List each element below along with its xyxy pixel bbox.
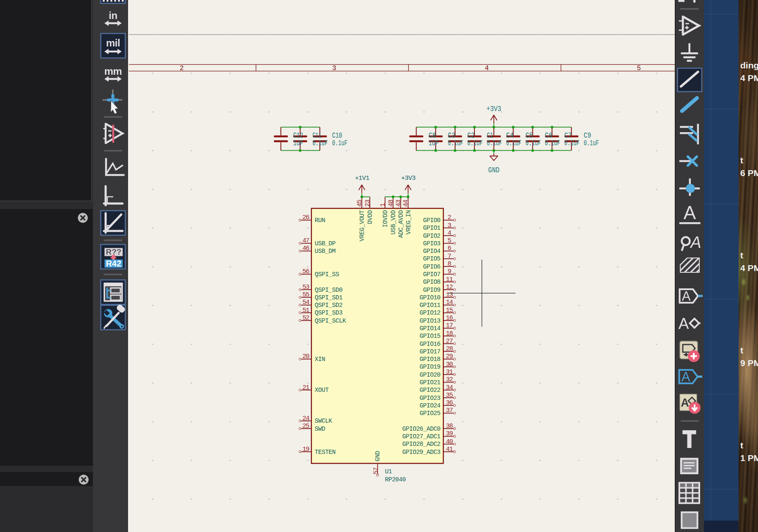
svg-text:16: 16 — [446, 314, 453, 322]
svg-text:A: A — [679, 315, 689, 332]
svg-text:RP2040: RP2040 — [385, 476, 406, 483]
svg-text:11: 11 — [446, 276, 453, 283]
svg-text:mm: mm — [104, 65, 122, 77]
svg-text:GPIO16: GPIO16 — [420, 341, 440, 347]
svg-text:USB_DP: USB_DP — [315, 240, 335, 247]
svg-text:C12: C12 — [293, 131, 303, 140]
svg-text:34: 34 — [446, 384, 453, 391]
svg-text:GPIO9: GPIO9 — [423, 287, 440, 293]
svg-text:GPIO17: GPIO17 — [420, 348, 440, 355]
svg-text:3: 3 — [447, 222, 451, 229]
svg-text:A: A — [681, 396, 689, 409]
svg-text:30: 30 — [446, 361, 453, 368]
svg-text:QSPI_SD1: QSPI_SD1 — [315, 294, 343, 301]
svg-text:8: 8 — [447, 260, 451, 268]
svg-text:GPIO12: GPIO12 — [420, 309, 440, 316]
svg-text:SWCLK: SWCLK — [315, 418, 333, 424]
svg-text:mil: mil — [106, 37, 120, 49]
svg-text:14: 14 — [446, 299, 453, 306]
svg-text:5: 5 — [637, 65, 641, 72]
svg-text:C3: C3 — [448, 131, 455, 140]
svg-text:0.1uF: 0.1uF — [564, 139, 580, 147]
svg-text:U1: U1 — [385, 468, 392, 475]
svg-text:TESTEN: TESTEN — [315, 449, 335, 456]
svg-text:26: 26 — [303, 214, 310, 221]
svg-text:A: A — [682, 369, 690, 384]
svg-text:IOVDD: IOVDD — [382, 210, 389, 228]
svg-text:20: 20 — [303, 353, 310, 360]
svg-text:0.1uF: 0.1uF — [448, 139, 463, 147]
svg-text:GPIO24: GPIO24 — [420, 402, 440, 409]
svg-text:QSPI_SD2: QSPI_SD2 — [315, 302, 343, 309]
svg-text:XOUT: XOUT — [315, 387, 329, 394]
svg-text:1: 1 — [379, 203, 387, 207]
svg-text:GPIO29_ADC3: GPIO29_ADC3 — [402, 449, 440, 456]
svg-text:GPIO28_ADC2: GPIO28_ADC2 — [402, 441, 440, 448]
svg-text:41: 41 — [446, 445, 453, 453]
svg-text:in: in — [109, 10, 117, 21]
svg-text:0.1uF: 0.1uF — [526, 139, 541, 147]
svg-text:0.1uF: 0.1uF — [312, 139, 327, 147]
svg-text:0.1uF: 0.1uF — [487, 139, 502, 147]
svg-text:24: 24 — [303, 415, 310, 422]
svg-text:17: 17 — [446, 322, 453, 329]
svg-text:28: 28 — [446, 345, 453, 353]
svg-text:VREG_VOUT: VREG_VOUT — [359, 210, 365, 242]
svg-text:57: 57 — [372, 468, 380, 475]
svg-text:39: 39 — [446, 430, 453, 437]
svg-text:GPIO26_ADC0: GPIO26_ADC0 — [402, 426, 440, 432]
svg-text:GPIO25: GPIO25 — [420, 410, 440, 417]
svg-text:GPIO3: GPIO3 — [423, 240, 440, 247]
svg-text:21: 21 — [303, 384, 310, 391]
svg-text:2: 2 — [447, 214, 451, 221]
svg-text:7: 7 — [447, 252, 451, 260]
svg-text:RUN: RUN — [315, 217, 325, 224]
svg-text:36: 36 — [446, 399, 453, 407]
svg-text:GPIO7: GPIO7 — [423, 271, 440, 278]
svg-text:37: 37 — [446, 407, 453, 414]
svg-text:4: 4 — [485, 65, 489, 72]
svg-text:C5: C5 — [526, 131, 533, 140]
svg-text:GPIO2: GPIO2 — [423, 233, 440, 239]
svg-text:29: 29 — [446, 353, 453, 360]
svg-text:4: 4 — [447, 229, 451, 237]
svg-text:GPIO14: GPIO14 — [420, 325, 440, 332]
svg-text:C4: C4 — [506, 131, 514, 140]
svg-text:3: 3 — [332, 65, 336, 72]
svg-text:0.1uF: 0.1uF — [545, 139, 560, 147]
svg-text:GPIO0: GPIO0 — [423, 217, 440, 224]
svg-text:GPIO4: GPIO4 — [423, 248, 440, 255]
svg-text:QSPI_SD0: QSPI_SD0 — [315, 287, 343, 293]
svg-text:R42: R42 — [106, 259, 122, 268]
svg-text:GPIO15: GPIO15 — [420, 333, 440, 339]
svg-text:USB_DM: USB_DM — [315, 248, 335, 255]
svg-text:44: 44 — [402, 200, 409, 207]
svg-text:C1: C1 — [487, 131, 493, 140]
svg-text:9: 9 — [447, 268, 451, 275]
svg-text:ADC_AVDD: ADC_AVDD — [398, 210, 404, 238]
svg-text:54: 54 — [303, 299, 310, 306]
svg-text:GPIO11: GPIO11 — [420, 302, 440, 309]
svg-text:GND: GND — [488, 166, 499, 174]
svg-text:C11: C11 — [312, 131, 321, 140]
svg-text:32: 32 — [446, 376, 453, 383]
svg-text:43: 43 — [395, 200, 402, 207]
svg-text:40: 40 — [446, 438, 453, 445]
svg-text:A: A — [682, 289, 691, 304]
svg-text:38: 38 — [446, 422, 453, 430]
svg-text:C6: C6 — [545, 131, 553, 140]
svg-text:C8: C8 — [428, 131, 436, 140]
svg-text:23: 23 — [364, 200, 371, 207]
svg-text:QSPI_SCLK: QSPI_SCLK — [315, 318, 346, 324]
svg-text:GPIO13: GPIO13 — [420, 318, 440, 324]
svg-text:GPIO20: GPIO20 — [420, 372, 440, 378]
svg-text:0.1uF: 0.1uF — [332, 139, 347, 147]
svg-text:VREG_IN: VREG_IN — [405, 210, 412, 234]
svg-text:53: 53 — [303, 283, 310, 291]
svg-text:45: 45 — [356, 200, 363, 207]
svg-text:GPIO8: GPIO8 — [423, 279, 440, 285]
svg-text:12: 12 — [446, 283, 453, 291]
svg-text:GPIO5: GPIO5 — [423, 255, 440, 262]
svg-text:25: 25 — [303, 422, 310, 430]
svg-text:2: 2 — [180, 65, 184, 72]
